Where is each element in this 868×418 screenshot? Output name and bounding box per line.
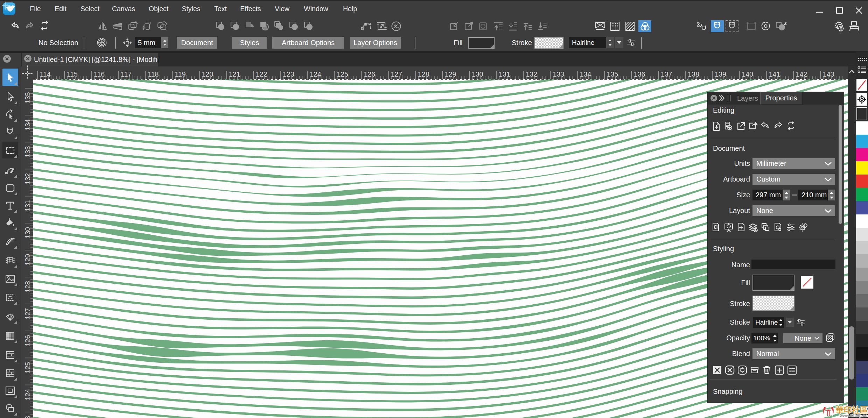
svg-text:129: 129: [445, 70, 456, 78]
svg-text:134: 134: [580, 70, 592, 78]
svg-text:143: 143: [823, 70, 834, 78]
svg-text:136: 136: [634, 70, 645, 78]
svg-text:132: 132: [526, 70, 537, 78]
svg-text:142: 142: [796, 70, 807, 78]
svg-text:123: 123: [24, 416, 31, 418]
svg-text:126: 126: [24, 335, 31, 347]
svg-text:130: 130: [472, 70, 483, 78]
svg-text:131: 131: [24, 200, 31, 212]
svg-text:120: 120: [202, 70, 214, 78]
svg-text:119: 119: [175, 70, 186, 78]
svg-text:138: 138: [688, 70, 699, 78]
svg-text:126: 126: [364, 70, 375, 78]
svg-text:118: 118: [148, 70, 159, 78]
svg-text:133: 133: [24, 146, 31, 158]
svg-text:137: 137: [661, 70, 672, 78]
svg-text:141: 141: [769, 70, 780, 78]
svg-text:115: 115: [67, 70, 78, 78]
svg-text:114: 114: [40, 70, 51, 78]
svg-text:124: 124: [310, 70, 321, 78]
svg-text:133: 133: [553, 70, 564, 78]
svg-text:140: 140: [742, 70, 753, 78]
svg-text:127: 127: [391, 70, 402, 78]
svg-text:131: 131: [499, 70, 510, 78]
svg-text:121: 121: [229, 70, 240, 78]
svg-text:139: 139: [715, 70, 726, 78]
svg-text:117: 117: [121, 70, 132, 78]
svg-text:128: 128: [418, 70, 429, 78]
svg-text:125: 125: [337, 70, 348, 78]
svg-text:116: 116: [94, 70, 105, 78]
svg-text:123: 123: [283, 70, 294, 78]
svg-text:122: 122: [256, 70, 267, 78]
svg-text:135: 135: [607, 70, 618, 78]
